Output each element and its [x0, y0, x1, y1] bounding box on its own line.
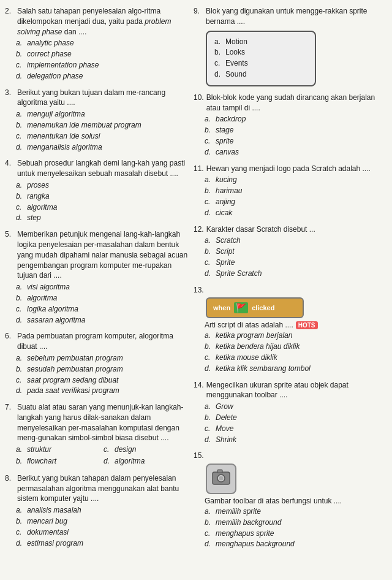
- q13-arti-text: Arti script di atas adalah ....: [205, 321, 293, 329]
- opt-label: d.: [16, 386, 24, 396]
- flag-icon: 🚩: [234, 302, 248, 313]
- question-3: 3. Berikut yang bukan tujuan dalam me-ra…: [5, 88, 189, 153]
- opt-label: a.: [16, 180, 24, 191]
- opt-text: analisis masalah: [27, 505, 189, 516]
- opt-label: c.: [16, 202, 24, 213]
- clicked-label: clicked: [252, 304, 274, 311]
- opt-label: c.: [205, 424, 213, 434]
- q7-text: Suatu alat atau saran yang menunjuk-kan …: [17, 402, 189, 443]
- opt-label: b.: [205, 246, 213, 257]
- opt-text: mencari bug: [27, 516, 189, 527]
- q6-options: a.sebelum pembuatan program b.sesudah pe…: [5, 353, 189, 396]
- q10-num: 10.: [194, 93, 204, 113]
- q5-num: 5.: [5, 229, 15, 281]
- opt-text: sesudah pembuatan program: [27, 364, 189, 375]
- opt-text: logika algoritma: [27, 304, 189, 315]
- opt-text: menentukan ide solusi: [27, 131, 189, 142]
- opt-label: c.: [16, 60, 24, 71]
- question-14: 14. Mengecilkan ukuran sprite atau objek…: [194, 380, 377, 445]
- q2-text: Salah satu tahapan penyelesaian algo-rit…: [17, 6, 189, 37]
- opt-text: Delete: [216, 413, 377, 423]
- opt-label: a.: [205, 175, 213, 185]
- q8-num: 8.: [5, 473, 15, 504]
- opt-text: ketika bendera hijau diklik: [216, 342, 377, 352]
- opt-label: c.: [16, 527, 24, 538]
- opt-text: ketika mouse diklik: [216, 353, 377, 363]
- opt-label: d.: [16, 142, 24, 153]
- q9-num: 9.: [194, 6, 203, 27]
- opt-text: menghapus background: [216, 539, 377, 549]
- opt-text: saat program sedang dibuat: [27, 375, 189, 386]
- q14-num: 14.: [194, 380, 204, 401]
- opt-text: Sound: [225, 69, 307, 80]
- q8-options: a.analisis masalah b.mencari bug c.dokum…: [5, 505, 189, 548]
- question-12: 12. Karakter dasar Scratch disebut ... a…: [194, 224, 377, 279]
- opt-label: b.: [205, 413, 213, 423]
- q11-options: a.kucing b.harimau c.anjing d.cicak: [194, 175, 377, 218]
- q5-options: a.visi algoritma b.algoritma c.logika al…: [5, 282, 189, 325]
- question-13: 13. when 🚩 clicked Arti script di atas a…: [194, 285, 377, 374]
- page: 2. Salah satu tahapan penyelesaian algo-…: [0, 0, 392, 580]
- opt-text: Scratch: [216, 235, 377, 246]
- q4-text: Sebuah prosedur langkah demi lang-kah ya…: [17, 158, 189, 179]
- question-11: 11. Hewan yang menjadi logo pada Scratch…: [194, 164, 377, 218]
- opt-text: menganalisis algoritma: [27, 142, 189, 153]
- opt-label: a.: [16, 505, 24, 516]
- q11-num: 11.: [194, 164, 204, 174]
- opt-text: visi algoritma: [27, 282, 189, 292]
- q2-options: a.analytic phase b.correct phase c.imple…: [5, 38, 189, 81]
- opt-label: a.: [16, 109, 24, 120]
- opt-text: correct phase: [27, 49, 189, 59]
- right-column: 9. Blok yang digunakan untuk mengge-rakk…: [194, 6, 377, 574]
- opt-text: algoritma: [115, 456, 189, 467]
- opt-text: implementation phase: [27, 60, 189, 71]
- opt-label: a.: [205, 330, 213, 341]
- opt-label: c.: [205, 258, 213, 268]
- opt-label: b.: [205, 342, 213, 352]
- hots-badge: HOTS: [296, 321, 318, 329]
- q4-options: a.proses b.rangka c.algoritma d.step: [5, 180, 189, 223]
- opt-text: design: [115, 445, 189, 455]
- q3-text: Berikut yang bukan tujuan dalam me-ranca…: [17, 88, 189, 109]
- opt-label: d.: [205, 147, 213, 158]
- q15-options: a.memilih sprite b.memilih background c.…: [194, 506, 377, 549]
- opt-text: algoritma: [27, 293, 189, 303]
- q14-text: Mengecilkan ukuran sprite atau objek dap…: [206, 380, 377, 401]
- q3-options: a.menguji algoritma b.menemukan ide memb…: [5, 109, 189, 152]
- question-9: 9. Blok yang digunakan untuk mengge-rakk…: [194, 6, 377, 86]
- opt-text: Motion: [225, 37, 307, 47]
- opt-text: flowchart: [27, 456, 101, 467]
- question-10: 10. Blok-blok kode yang sudah dirancang …: [194, 93, 377, 158]
- q9-text: Blok yang digunakan untuk mengge-rakkan …: [206, 6, 377, 27]
- opt-label: a.: [205, 402, 213, 412]
- q13-arti-row: Arti script di atas adalah .... HOTS: [205, 321, 377, 329]
- opt-text: Sprite: [216, 258, 377, 268]
- opt-text: cicak: [216, 208, 377, 218]
- opt-text: Sprite Scratch: [216, 269, 377, 279]
- q14-options: a.Grow b.Delete c.Move d.Shrink: [194, 402, 377, 445]
- opt-text: Grow: [216, 402, 377, 412]
- question-5: 5. Memberikan petunjuk mengenai lang-kah…: [5, 229, 189, 325]
- opt-label: c.: [16, 375, 24, 386]
- q2-num: 2.: [5, 6, 15, 37]
- opt-text: Events: [225, 58, 307, 69]
- opt-label: d.: [205, 364, 213, 374]
- opt-text: backdrop: [216, 114, 377, 124]
- opt-text: Move: [216, 424, 377, 434]
- opt-text: pada saat verifikasi program: [27, 386, 189, 396]
- opt-label: d.: [205, 435, 213, 445]
- svg-point-2: [219, 476, 224, 481]
- opt-text: ketika klik sembarang tombol: [216, 364, 377, 374]
- opt-text: estimasi program: [27, 538, 189, 549]
- opt-text: Script: [216, 246, 377, 257]
- opt-label: c.: [205, 197, 213, 207]
- question-7: 7. Suatu alat atau saran yang menunjuk-k…: [5, 402, 189, 467]
- opt-label: b.: [16, 516, 24, 527]
- opt-label: b.: [16, 49, 24, 59]
- opt-text: rangka: [27, 191, 189, 202]
- opt-label: c.: [205, 136, 213, 147]
- opt-label: b.: [16, 364, 24, 375]
- opt-label: c.: [16, 131, 24, 142]
- question-2: 2. Salah satu tahapan penyelesaian algo-…: [5, 6, 189, 82]
- opt-label: c.: [214, 58, 223, 69]
